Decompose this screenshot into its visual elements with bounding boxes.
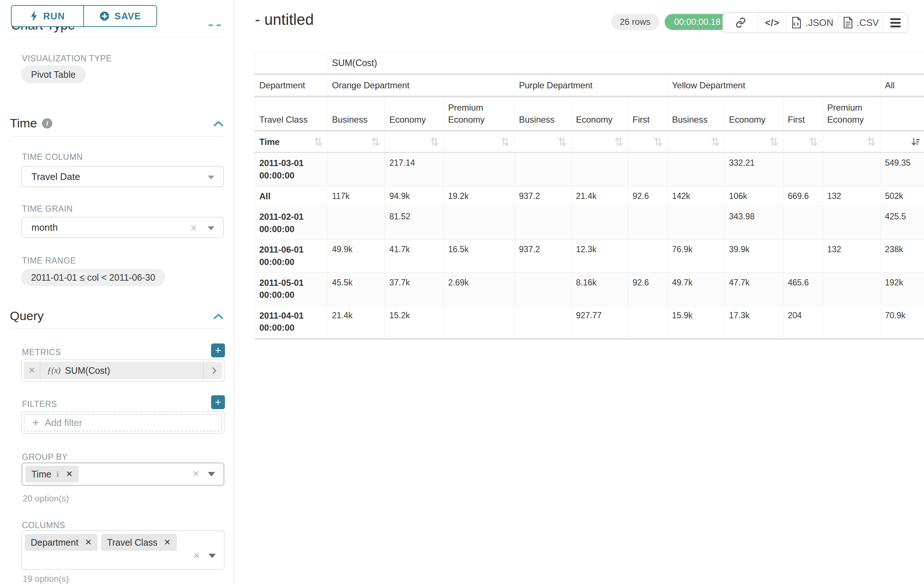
control-panel: Chart Type RUN SAVE VISUALIZATION TYPE P…	[0, 0, 234, 584]
pivot-cell: 15.9k	[668, 305, 724, 339]
pivot-cell: 21.4k	[328, 305, 385, 339]
pivot-cell: 49.7k	[668, 272, 724, 305]
pivot-cell: 76.9k	[668, 239, 724, 272]
pivot-cell: 549.35	[881, 153, 924, 186]
group-by-select[interactable]: Timei✕ ×	[21, 462, 224, 486]
pivot-cell	[628, 207, 668, 239]
save-button[interactable]: SAVE	[84, 6, 156, 26]
columns-label: COLUMNS	[22, 520, 65, 530]
query-section-header: Query	[10, 309, 44, 323]
pivot-cell: 15.2k	[385, 305, 444, 339]
pivot-cell	[328, 207, 385, 239]
clear-icon[interactable]: ×	[193, 550, 200, 561]
pivot-cell: 132	[823, 239, 881, 272]
share-link-button[interactable]	[723, 13, 758, 33]
sort-icon[interactable]: ⇅	[614, 137, 624, 148]
pivot-cell: 465.6	[784, 272, 823, 305]
query-duration-badge: 00:00:00.18	[665, 14, 730, 30]
pivot-data-row: 2011-05-01 00:00:0045.5k37.7k2.69k8.16k9…	[255, 272, 924, 305]
viz-type-pill[interactable]: Pivot Table	[21, 66, 86, 83]
pivot-cell: 16.5k	[444, 239, 515, 272]
columns-chips: Department✕Travel Class✕	[25, 534, 177, 551]
pivot-cell: 92.6	[628, 186, 668, 207]
remove-chip-icon[interactable]: ✕	[85, 538, 92, 547]
export-csv-button[interactable]: .CSV	[838, 13, 883, 33]
sort-icon[interactable]: ⇅	[654, 137, 663, 148]
chevron-down-icon[interactable]	[208, 554, 216, 558]
chip-label: Travel Class	[107, 537, 157, 548]
expand-metric-button[interactable]	[203, 362, 222, 379]
add-filter-plus-button[interactable]: +	[211, 395, 225, 409]
pivot-corner-cell	[255, 53, 328, 74]
pivot-cell: 92.6	[628, 272, 668, 305]
travel-class-header: First	[628, 96, 668, 131]
run-save-button-group: RUN SAVE	[11, 5, 157, 27]
pivot-table: SUM(Cost)DepartmentOrange DepartmentPurp…	[254, 52, 924, 340]
filters-label: FILTERS	[22, 399, 57, 409]
sort-icon[interactable]: ⇅	[769, 137, 779, 148]
pivot-row-label: All	[255, 186, 328, 207]
menu-button[interactable]	[883, 13, 908, 33]
columns-select[interactable]: Department✕Travel Class✕ ×	[21, 530, 224, 570]
clear-icon[interactable]: ×	[193, 468, 199, 479]
sort-icon[interactable]: ⇅	[711, 137, 720, 148]
dimension-chip[interactable]: Department✕	[25, 534, 97, 551]
json-file-icon	[792, 17, 802, 28]
pivot-cell	[444, 207, 515, 239]
pivot-cell	[515, 207, 572, 239]
pivot-cell	[628, 305, 668, 339]
columns-options-note: 19 option(s)	[23, 574, 69, 584]
add-filter-button[interactable]: + Add filter	[24, 414, 222, 431]
pivot-row-label: 2011-06-01 00:00:00	[255, 239, 328, 272]
scrolled-icon-fragment	[208, 25, 213, 26]
chart-title[interactable]: - untitled	[255, 11, 314, 28]
remove-chip-icon[interactable]: ✕	[66, 469, 73, 479]
pivot-data-row: 2011-04-01 00:00:0021.4k15.2k927.7715.9k…	[255, 305, 924, 339]
pivot-row-label: 2011-02-01 00:00:00	[255, 207, 328, 239]
time-range-pill[interactable]: 2011-01-01 ≤ col < 2011-06-30	[21, 269, 165, 286]
remove-metric-icon[interactable]: ✕	[24, 362, 41, 379]
pivot-cell	[444, 153, 515, 186]
time-column-select[interactable]: Travel Date	[21, 166, 224, 187]
sort-icon[interactable]: ⇅	[501, 137, 510, 148]
add-filter-label: Add filter	[45, 417, 82, 429]
view-query-button[interactable]: </>	[758, 13, 786, 33]
sort-descending-icon[interactable]	[911, 137, 921, 147]
pivot-cell: 49.9k	[328, 239, 385, 272]
pivot-cell	[823, 153, 881, 186]
sort-icon[interactable]: ⇅	[809, 137, 818, 148]
add-metric-button[interactable]: +	[211, 344, 225, 357]
export-json-button[interactable]: .JSON	[786, 13, 838, 33]
pivot-cell	[784, 207, 823, 239]
sort-icon[interactable]: ⇅	[867, 137, 876, 148]
pivot-cell: 39.9k	[724, 239, 784, 272]
department-group-header: Orange Department	[328, 74, 515, 97]
travel-class-header	[881, 96, 924, 131]
collapse-query-chevron-icon[interactable]	[213, 313, 223, 320]
dimension-chip[interactable]: Travel Class✕	[101, 534, 177, 551]
pivot-cell	[572, 153, 628, 186]
pivot-cell: 94.9k	[385, 186, 444, 207]
travel-class-header: Business	[668, 96, 724, 131]
sort-icon[interactable]: ⇅	[430, 137, 439, 148]
pivot-cell	[823, 272, 881, 305]
metrics-label: METRICS	[22, 347, 61, 357]
pivot-cell: 937.2	[515, 239, 572, 272]
sort-header-cell: ⇅	[328, 131, 385, 153]
sort-header-cell: ⇅	[724, 131, 784, 153]
sort-icon[interactable]: ⇅	[371, 137, 380, 148]
code-icon: </>	[765, 18, 779, 28]
remove-chip-icon[interactable]: ✕	[164, 538, 170, 547]
time-grain-select[interactable]: month ×	[21, 217, 224, 238]
metrics-field: ✕ ƒ(x) SUM(Cost)	[21, 359, 224, 382]
sort-icon[interactable]: ⇅	[558, 137, 567, 148]
metric-chip[interactable]: ✕ ƒ(x) SUM(Cost)	[24, 362, 222, 379]
pivot-cell: 41.7k	[385, 239, 444, 272]
sort-icon[interactable]: ⇅	[314, 137, 323, 148]
run-button[interactable]: RUN	[12, 6, 84, 26]
dimension-chip[interactable]: Timei✕	[26, 466, 79, 482]
clear-icon[interactable]: ×	[190, 222, 197, 233]
chevron-down-icon[interactable]	[208, 472, 215, 476]
export-toolbar: </> .JSON .CSV	[723, 12, 908, 33]
collapse-time-chevron-icon[interactable]	[213, 120, 223, 127]
